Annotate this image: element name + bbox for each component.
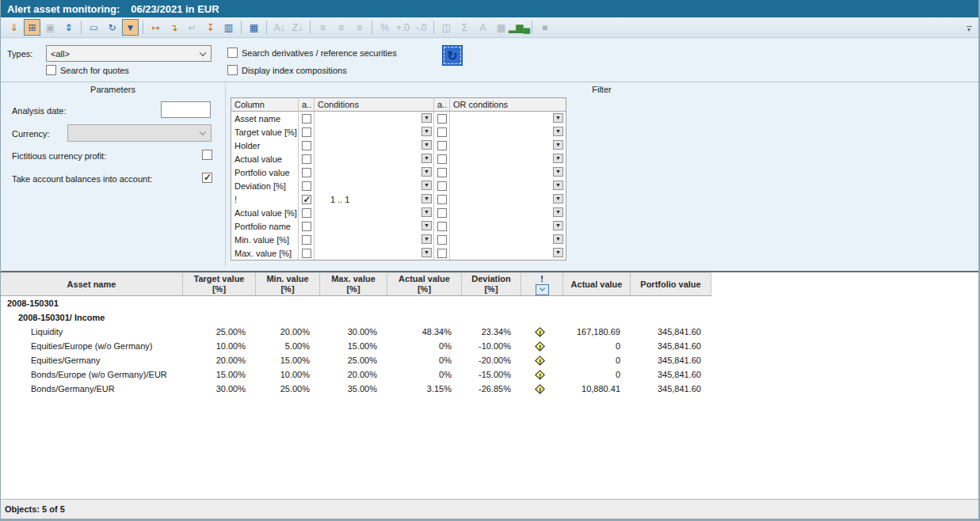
and-checkbox[interactable] xyxy=(302,181,311,191)
toolbar-overflow-button[interactable]: ▾ xyxy=(963,24,974,35)
or-checkbox[interactable] xyxy=(437,141,447,150)
and-checkbox[interactable] xyxy=(302,208,311,218)
condition-dropdown-button[interactable]: ▼ xyxy=(421,140,432,150)
column-header-![interactable]: ! xyxy=(521,273,563,295)
condition-dropdown-button[interactable]: ▼ xyxy=(421,207,432,217)
asset-name-cell: Bonds/Germany/EUR xyxy=(1,384,183,394)
table-row[interactable]: Equities/Europe (w/o Germany)10.00%5.00%… xyxy=(1,339,978,353)
fit-height-icon[interactable]: ⇕ xyxy=(60,19,77,36)
filter-or-condition-cell: ▼ xyxy=(450,165,565,179)
hide-columns-icon[interactable]: ▦ xyxy=(246,19,262,36)
expand-view-icon[interactable]: ⊞ xyxy=(24,19,40,36)
column-header-target-value[interactable]: Target value [%] xyxy=(183,273,256,295)
condition-dropdown-button[interactable]: ▼ xyxy=(421,234,432,244)
column-header-label: Target value [%] xyxy=(194,274,245,295)
and-checkbox[interactable] xyxy=(302,195,311,204)
column-header-max-value[interactable]: Max. value [%] xyxy=(320,273,387,295)
and-checkbox[interactable] xyxy=(302,222,311,231)
or-condition-dropdown-button[interactable]: ▼ xyxy=(553,248,563,257)
filter-icon: ▼ xyxy=(126,23,135,32)
or-checkbox[interactable] xyxy=(437,127,447,137)
condition-dropdown-button[interactable]: ▼ xyxy=(421,113,432,123)
column-header-portfolio-value[interactable]: Portfolio value xyxy=(631,273,711,295)
new-range-icon[interactable]: ▭ xyxy=(86,19,102,36)
derivatives-checkbox[interactable] xyxy=(227,48,238,58)
condition-dropdown-button[interactable]: ▼ xyxy=(421,127,432,136)
condition-dropdown-button[interactable]: ▼ xyxy=(421,248,432,257)
or-checkbox[interactable] xyxy=(437,249,447,258)
and-checkbox[interactable] xyxy=(302,154,311,164)
or-condition-dropdown-button[interactable]: ▼ xyxy=(553,127,563,136)
alert-asset-monitoring-window: Alert asset monitoring: 06/23/2021 in EU… xyxy=(0,0,980,521)
column-header-asset-name[interactable]: Asset name xyxy=(1,273,183,295)
refresh-button[interactable]: ↻ xyxy=(442,45,463,66)
and-checkbox[interactable] xyxy=(302,141,311,150)
or-condition-dropdown-button[interactable]: ▼ xyxy=(553,113,563,123)
column-header-label: Deviation [%] xyxy=(471,274,511,295)
or-checkbox[interactable] xyxy=(437,154,447,164)
currency-select[interactable] xyxy=(67,124,212,142)
table-row[interactable]: 2008-150301 xyxy=(1,296,978,310)
grid-settings-icon: ▦ xyxy=(497,23,505,32)
or-condition-dropdown-button[interactable]: ▼ xyxy=(553,234,563,244)
table-row[interactable]: Liquidity25.00%20.00%30.00%48.34%23.34%1… xyxy=(1,325,978,339)
or-checkbox[interactable] xyxy=(437,181,447,191)
types-select[interactable]: <all> xyxy=(46,45,212,62)
filter-icon[interactable]: ▼ xyxy=(122,19,139,36)
insert-cell-icon[interactable]: ↦ xyxy=(147,19,164,36)
and-checkbox[interactable] xyxy=(302,168,311,177)
align-right-icon: ≡ xyxy=(357,23,362,32)
column-header-min-value[interactable]: Min. value [%] xyxy=(256,273,320,295)
or-condition-dropdown-button[interactable]: ▼ xyxy=(553,167,563,177)
condition-dropdown-button[interactable]: ▼ xyxy=(421,167,432,177)
alert-column-filter-button[interactable] xyxy=(536,284,549,295)
search-quotes-checkbox[interactable] xyxy=(46,65,56,75)
or-checkbox[interactable] xyxy=(437,195,447,204)
update-columns-icon[interactable]: ▥ xyxy=(220,19,237,36)
and-checkbox[interactable] xyxy=(302,235,311,245)
or-checkbox[interactable] xyxy=(437,114,447,124)
condition-dropdown-button[interactable]: ▼ xyxy=(421,194,432,203)
drill-down-icon[interactable]: ↧ xyxy=(202,19,219,36)
or-condition-dropdown-button[interactable]: ▼ xyxy=(553,221,563,230)
or-condition-dropdown-button[interactable]: ▼ xyxy=(553,140,563,150)
and-checkbox[interactable] xyxy=(302,249,311,258)
filter-condition-cell: ▼ xyxy=(315,246,434,260)
or-checkbox[interactable] xyxy=(437,222,447,231)
or-condition-dropdown-button[interactable]: ▼ xyxy=(553,181,563,190)
filter-or-and-cell xyxy=(434,192,450,206)
insert-below-icon[interactable]: ↴ xyxy=(166,19,182,36)
table-row[interactable]: Bonds/Europe (w/o Germany)/EUR15.00%10.0… xyxy=(1,367,978,382)
or-condition-dropdown-button[interactable]: ▼ xyxy=(553,154,563,163)
or-checkbox[interactable] xyxy=(437,168,447,177)
table-row[interactable]: 2008-150301/ Income xyxy=(1,310,978,325)
filter-or-and-cell xyxy=(434,219,450,233)
fictitious-profit-checkbox[interactable] xyxy=(202,150,212,160)
and-checkbox[interactable] xyxy=(302,114,311,124)
horizontal-splitter[interactable] xyxy=(1,267,978,272)
and-checkbox[interactable] xyxy=(302,127,311,137)
or-condition-dropdown-button[interactable]: ▼ xyxy=(553,207,563,217)
load-view-icon[interactable]: ⇓ xyxy=(6,19,22,36)
chart-icon[interactable]: ▂▆▄ xyxy=(511,19,528,36)
condition-dropdown-button[interactable]: ▼ xyxy=(421,221,432,230)
index-compositions-checkbox[interactable] xyxy=(227,65,238,75)
column-header-actual-value[interactable]: Actual value [%] xyxy=(387,273,462,295)
sort-desc-icon: Z↓ xyxy=(292,23,303,32)
or-checkbox[interactable] xyxy=(437,235,447,245)
account-balances-checkbox[interactable] xyxy=(202,173,212,183)
column-header-deviation[interactable]: Deviation [%] xyxy=(462,273,521,295)
table-row[interactable]: Bonds/Germany/EUR30.00%25.00%35.00%3.15%… xyxy=(1,382,978,396)
table-row[interactable]: Equities/Germany20.00%15.00%25.00%0%-20.… xyxy=(1,353,978,367)
condition-dropdown-button[interactable]: ▼ xyxy=(421,154,432,163)
filter-or-and-cell xyxy=(434,112,450,125)
condition-dropdown-button[interactable]: ▼ xyxy=(421,181,432,190)
or-condition-dropdown-button[interactable]: ▼ xyxy=(553,194,563,203)
toolbar-separator xyxy=(433,21,434,34)
refresh-arrows-icon[interactable]: ↻ xyxy=(104,19,120,36)
filter-column-label: Actual value xyxy=(231,152,299,165)
analysis-date-input[interactable] xyxy=(161,101,211,118)
column-header-actual-value[interactable]: Actual value xyxy=(563,273,631,295)
deviation-cell: -26.85% xyxy=(462,384,521,394)
or-checkbox[interactable] xyxy=(437,208,447,218)
